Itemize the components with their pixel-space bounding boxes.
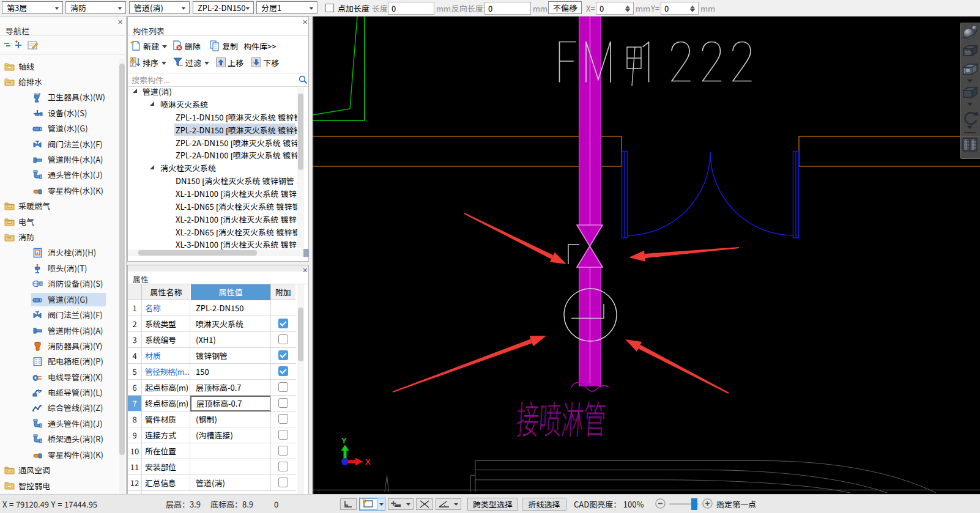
svg-text:3D: 3D bbox=[965, 50, 971, 56]
svg-text:Y: Y bbox=[341, 436, 347, 445]
svg-text:X: X bbox=[365, 457, 371, 467]
svg-text:A: A bbox=[132, 57, 135, 62]
svg-text:接喷淋管: 接喷淋管 bbox=[515, 389, 608, 445]
svg-text:Z: Z bbox=[132, 62, 134, 67]
